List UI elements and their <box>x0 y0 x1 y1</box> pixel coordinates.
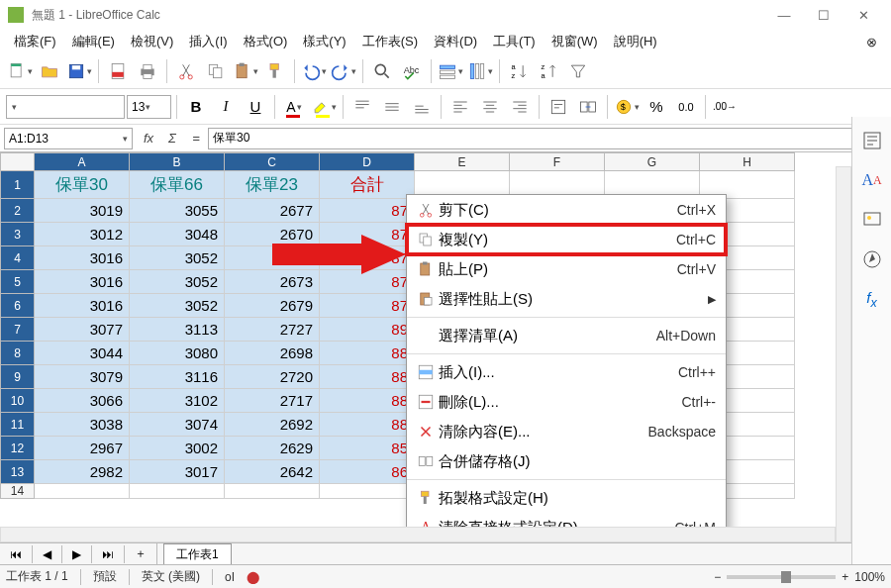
svg-rect-45 <box>425 298 433 306</box>
merge-button[interactable] <box>574 93 602 121</box>
sheet-tab-1[interactable]: 工作表1 <box>163 543 232 565</box>
toolbar-formatting: 13 B I U A $ % 0.0 .00→ <box>0 89 891 125</box>
ctx-list[interactable]: 選擇清單(A) Alt+Down <box>407 321 726 350</box>
formula-input[interactable]: 保單30 <box>208 128 887 149</box>
align-top-button[interactable] <box>348 93 376 121</box>
font-color-button[interactable]: A <box>280 93 308 121</box>
italic-button[interactable]: I <box>212 93 240 121</box>
underline-button[interactable]: U <box>242 93 269 121</box>
bold-button[interactable]: B <box>182 93 210 121</box>
new-button[interactable] <box>6 57 34 85</box>
tab-next-button[interactable]: ▶ <box>62 545 92 563</box>
scissors-icon <box>413 201 439 219</box>
ctx-paste-special[interactable]: 選擇性貼上(S) ▶ <box>407 284 726 314</box>
menu-tools[interactable]: 工具(T) <box>485 30 544 53</box>
print-button[interactable] <box>134 57 161 85</box>
clone-format-button[interactable] <box>261 57 289 85</box>
app-icon <box>8 7 24 23</box>
ctx-paste[interactable]: 貼上(P) Ctrl+V <box>407 254 726 284</box>
menu-help[interactable]: 說明(H) <box>606 30 665 53</box>
row-button[interactable] <box>437 57 464 85</box>
zoom-in-button[interactable]: + <box>842 570 848 584</box>
align-left-button[interactable] <box>446 93 474 121</box>
delete-cells-icon <box>413 393 439 411</box>
tab-first-button[interactable]: ⏮ <box>0 545 33 563</box>
align-vcenter-button[interactable] <box>378 93 406 121</box>
close-doc-icon[interactable]: ⊗ <box>858 32 885 52</box>
svg-rect-21 <box>441 75 455 78</box>
highlight-color-button[interactable] <box>310 93 338 121</box>
menu-sheet[interactable]: 工作表(S) <box>354 30 426 53</box>
ctx-delete[interactable]: 刪除(L)... Ctrl+- <box>407 387 726 417</box>
toolbar-standard: Abc az za <box>0 53 891 89</box>
horizontal-scrollbar[interactable] <box>0 527 836 542</box>
percent-button[interactable]: % <box>643 93 670 121</box>
ctx-copy[interactable]: 複製(Y) Ctrl+C <box>407 225 726 254</box>
status-style[interactable]: 預設 <box>93 568 117 585</box>
tab-last-button[interactable]: ⏭ <box>92 545 125 563</box>
maximize-button[interactable]: ☐ <box>804 1 843 29</box>
function-wizard-button[interactable]: fx <box>137 128 160 149</box>
menu-insert[interactable]: 插入(I) <box>181 30 235 53</box>
status-lang[interactable]: 英文 (美國) <box>142 568 200 585</box>
sidebar-gallery-icon[interactable] <box>858 206 886 234</box>
menu-format[interactable]: 格式(O) <box>236 30 296 53</box>
vertical-scrollbar[interactable] <box>836 166 851 542</box>
number-button[interactable]: 0.0 <box>672 93 700 121</box>
currency-button[interactable]: $ <box>613 93 641 121</box>
menu-file[interactable]: 檔案(F) <box>6 30 64 53</box>
equals-button[interactable]: = <box>184 128 208 149</box>
menu-edit[interactable]: 編輯(E) <box>64 30 123 53</box>
tab-prev-button[interactable]: ◀ <box>33 545 62 563</box>
align-right-button[interactable] <box>506 93 534 121</box>
inc-decimal-button[interactable]: .00→ <box>711 93 739 121</box>
zoom-slider[interactable] <box>727 575 836 579</box>
ctx-merge[interactable]: 合併儲存格(J) <box>407 446 726 476</box>
save-button[interactable] <box>65 57 93 85</box>
ctx-paste-shortcut: Ctrl+V <box>677 261 716 277</box>
sidebar-properties-icon[interactable] <box>858 127 886 154</box>
menu-styles[interactable]: 樣式(Y) <box>295 30 353 53</box>
menu-data[interactable]: 資料(D) <box>426 30 485 53</box>
paste-button[interactable] <box>232 57 259 85</box>
svg-rect-52 <box>424 497 427 505</box>
zoom-out-button[interactable]: − <box>714 570 721 584</box>
tab-add-button[interactable]: ＋ <box>125 543 157 564</box>
redo-button[interactable] <box>330 57 357 85</box>
ctx-cut[interactable]: 剪下(C) Ctrl+X <box>407 195 726 225</box>
menu-window[interactable]: 視窗(W) <box>544 30 606 53</box>
close-button[interactable]: ✕ <box>843 1 883 29</box>
align-bottom-button[interactable] <box>408 93 436 121</box>
undo-button[interactable] <box>300 57 328 85</box>
sidebar-navigator-icon[interactable] <box>858 245 886 273</box>
status-insert[interactable]: oI <box>225 570 235 584</box>
name-box[interactable]: A1:D13▾ <box>4 128 133 149</box>
find-button[interactable] <box>368 57 396 85</box>
ctx-clear[interactable]: 清除內容(E)... Backspace <box>407 417 726 446</box>
font-name-combo[interactable] <box>6 95 125 119</box>
menu-view[interactable]: 檢視(V) <box>123 30 181 53</box>
open-button[interactable] <box>36 57 63 85</box>
svg-point-9 <box>180 74 184 78</box>
sidebar-styles-icon[interactable]: AA <box>858 166 886 194</box>
sidebar-functions-icon[interactable]: fx <box>858 285 886 313</box>
sort-asc-button[interactable]: az <box>505 57 533 85</box>
ctx-list-label: 選擇清單(A) <box>439 327 656 345</box>
sort-desc-button[interactable]: za <box>535 57 562 85</box>
align-center-button[interactable] <box>476 93 504 121</box>
ctx-clone-format[interactable]: 拓製格式設定(H) <box>407 483 726 513</box>
ctx-insert[interactable]: 插入(I)... Ctrl++ <box>407 357 726 387</box>
svg-rect-16 <box>273 69 276 77</box>
minimize-button[interactable]: — <box>764 1 804 29</box>
spellcheck-button[interactable]: Abc <box>398 57 426 85</box>
copy-button[interactable] <box>202 57 230 85</box>
zoom-value[interactable]: 100% <box>854 570 885 584</box>
autofilter-button[interactable] <box>564 57 592 85</box>
wrap-button[interactable] <box>544 93 572 121</box>
cut-button[interactable] <box>172 57 200 85</box>
pdf-button[interactable] <box>104 57 132 85</box>
svg-rect-47 <box>419 370 433 375</box>
sum-button[interactable]: Σ <box>160 128 184 149</box>
col-button[interactable] <box>466 57 494 85</box>
font-size-combo[interactable]: 13 <box>127 95 171 119</box>
